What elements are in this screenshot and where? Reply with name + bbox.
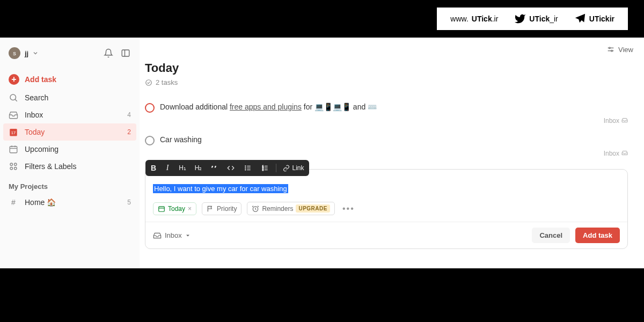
h1-button[interactable]: H₁ [177,163,188,173]
sidebar-project-home[interactable]: # Home 🏠 5 [0,194,140,211]
page-title: Today [145,61,628,75]
task-title: Car washing [160,135,202,144]
banner-twitter: UTick_ir [514,13,558,25]
view-label: View [618,46,633,54]
format-toolbar: B I H₁ H₂ 123 Link [145,160,309,176]
task-checkbox[interactable] [145,136,155,145]
bold-button[interactable]: B [149,163,158,173]
page-subtitle: 2 tasks [145,78,628,86]
svg-line-3 [15,99,17,101]
sidebar-item-label: Today [25,128,45,136]
list-ol-icon: 123 [261,164,269,172]
link-icon [283,165,290,172]
svg-point-22 [245,166,246,166]
avatar: s [9,47,20,59]
task-meta: Inbox [145,116,628,132]
priority-chip[interactable]: Priority [202,202,241,215]
inbox-icon [9,110,18,120]
italic-button[interactable]: I [163,163,172,173]
svg-text:3: 3 [262,169,264,171]
calendar-today-icon: 17 [9,127,18,137]
number-list-button[interactable]: 123 [259,163,272,173]
alarm-icon [252,205,259,213]
svg-point-24 [245,170,246,170]
view-button[interactable]: View [606,45,633,54]
notifications-button[interactable] [103,48,114,58]
calendar-icon [158,205,165,213]
link-button[interactable]: Link [281,163,306,173]
app-window: s jj + Add task Search [0,38,644,268]
due-date-chip[interactable]: Today × [153,202,196,215]
add-task-button[interactable]: + Add task [0,70,140,89]
task-row[interactable]: Car washing [145,132,628,149]
task-editor: B I H₁ H₂ 123 Link Hello, I want to give [145,169,628,249]
sidebar-item-label: Search [25,93,48,102]
upgrade-badge: UPGRADE [296,204,330,213]
sidebar-project-count: 5 [127,199,131,206]
project-selector[interactable]: Inbox [153,231,191,240]
projects-header[interactable]: My Projects [0,175,140,194]
svg-point-13 [14,167,17,170]
check-circle-icon [145,79,152,86]
svg-rect-31 [159,206,165,211]
code-icon [226,164,235,172]
panel-icon [121,48,130,58]
sidebar-item-filters[interactable]: Filters & Labels [0,158,140,175]
grid-icon [9,162,18,171]
toolbar-separator [276,164,276,172]
task-title: Download additional free apps and plugin… [160,103,377,111]
sidebar-project-label: Home 🏠 [25,198,56,207]
user-menu[interactable]: s jj [9,47,38,59]
h2-button[interactable]: H₂ [193,163,204,173]
inbox-icon [621,150,628,156]
sidebar-toggle-button[interactable] [120,48,131,58]
reminders-chip[interactable]: Reminders UPGRADE [247,202,335,215]
svg-point-16 [609,47,611,49]
sidebar-item-label: Filters & Labels [25,162,76,171]
promo-banner-links: www.www.UTick.irUTick.ir UTick_ir UTicki… [437,8,628,30]
hash-icon: # [9,197,18,207]
sidebar-item-upcoming[interactable]: Upcoming [0,141,140,158]
code-button[interactable] [224,163,237,173]
svg-point-23 [245,167,246,168]
more-options-button[interactable]: ••• [340,204,357,214]
task-row[interactable]: Download additional free apps and plugin… [145,99,628,116]
list-ul-icon [244,164,252,172]
inbox-icon [153,231,162,240]
search-icon [9,93,18,103]
sidebar: s jj + Add task Search [0,38,140,268]
svg-rect-0 [122,50,129,56]
quote-button[interactable] [208,163,220,173]
sidebar-item-inbox[interactable]: Inbox 4 [0,106,140,123]
sliders-icon [606,45,615,54]
task-name-input[interactable]: Hello, I want to give my car for car was… [153,184,288,193]
svg-point-12 [10,167,13,170]
bullet-list-button[interactable] [241,163,254,173]
sidebar-item-count: 4 [127,111,131,119]
chevron-down-icon [185,233,191,238]
bottom-black-bar [0,268,644,322]
svg-point-2 [10,94,16,100]
telegram-icon [574,13,586,25]
cancel-button[interactable]: Cancel [532,228,570,243]
submit-button[interactable]: Add task [575,228,620,243]
banner-telegram: UTickir [574,13,614,25]
sidebar-item-today[interactable]: 17 Today 2 [3,123,136,141]
promo-banner: www.www.UTick.irUTick.ir UTick_ir UTicki… [0,0,644,38]
add-task-label: Add task [25,75,56,84]
main-content: View Today 2 tasks Download additional f… [140,38,644,268]
svg-point-11 [14,163,17,166]
svg-text:17: 17 [11,130,16,135]
clear-date-button[interactable]: × [188,205,192,213]
sidebar-item-label: Inbox [25,111,43,119]
svg-point-17 [611,50,613,52]
chevron-down-icon [33,50,38,56]
sidebar-item-count: 2 [127,128,131,136]
banner-website: www.www.UTick.irUTick.ir [450,14,498,23]
svg-point-10 [10,163,13,166]
task-checkbox[interactable] [145,103,155,113]
sidebar-item-search[interactable]: Search [0,89,140,106]
svg-rect-6 [10,147,17,153]
user-name: jj [25,49,28,57]
svg-point-18 [146,79,152,85]
